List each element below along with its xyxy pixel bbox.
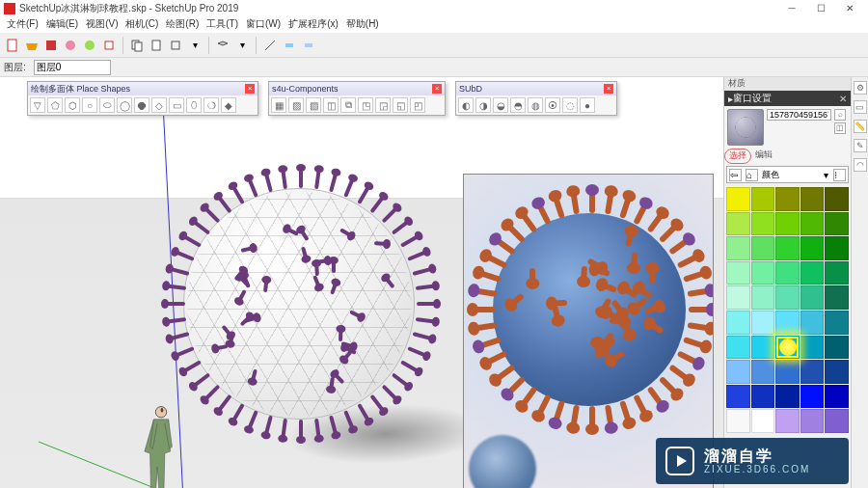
swatch-0-1[interactable] (751, 187, 775, 211)
menu-camera[interactable]: 相机(C) (122, 17, 161, 33)
swatch-9-4[interactable] (825, 409, 849, 433)
scale-figure[interactable] (143, 400, 179, 488)
swatch-7-1[interactable] (751, 360, 775, 384)
swatch-4-0[interactable] (726, 285, 750, 310)
swatch-6-2[interactable] (775, 336, 800, 360)
toolbar-subd[interactable]: SUbD× ◐ ◑ ◒ ◓ ◍ ⦿ ◌ ● (455, 81, 617, 116)
subtab-edit[interactable]: 编辑 (751, 149, 776, 164)
edge-tool-select-icon[interactable]: ▭ (854, 100, 867, 114)
subd-tool-5-icon[interactable]: ◍ (528, 97, 543, 113)
toolbar-shapes-close[interactable]: × (245, 84, 255, 94)
menu-ext[interactable]: 扩展程序(x) (285, 17, 341, 33)
swatch-9-1[interactable] (751, 409, 775, 433)
toolbar-subd-close[interactable]: × (604, 84, 613, 94)
viewport[interactable]: 绘制多面体 Place Shapes× ▽ ⬠ ⬡ ○ ⬭ ◯ ⯃ ◇ ▭ ⬯ … (0, 77, 723, 488)
swatch-2-1[interactable] (751, 236, 775, 260)
tool-dropdown2[interactable]: ▾ (233, 37, 251, 54)
tool-new[interactable] (4, 37, 21, 54)
swatch-9-2[interactable] (775, 409, 800, 433)
swatch-1-0[interactable] (726, 212, 750, 236)
swatch-3-0[interactable] (726, 261, 750, 285)
swatch-5-3[interactable] (800, 311, 825, 335)
shape-hexagon-icon[interactable]: ⬡ (65, 97, 80, 113)
swatch-3-4[interactable] (825, 261, 849, 285)
s4u-tool-2-icon[interactable]: ▨ (288, 97, 304, 113)
swatch-8-1[interactable] (751, 385, 775, 409)
swatch-5-4[interactable] (825, 311, 849, 335)
layer-combo[interactable] (34, 60, 111, 75)
details-icon[interactable]: ⁝ (833, 169, 846, 181)
shape-cylinder-icon[interactable]: ⬯ (186, 97, 202, 113)
tool-style2[interactable] (81, 37, 98, 54)
material-library-dropdown[interactable]: ⇦ ⌂ 颜色 ▾ ⁝ (726, 166, 849, 183)
swatch-1-3[interactable] (800, 212, 825, 236)
shape-prism-icon[interactable]: ▭ (169, 97, 184, 113)
tool-toggle[interactable] (281, 37, 298, 54)
tool-dropdown[interactable]: ▾ (186, 37, 203, 54)
menu-help[interactable]: 帮助(H) (343, 17, 382, 33)
menu-draw[interactable]: 绘图(R) (163, 17, 202, 33)
swatch-6-0[interactable] (726, 336, 750, 360)
swatch-7-3[interactable] (800, 360, 825, 384)
material-picker-icon[interactable]: ⌕ (834, 109, 846, 121)
dropdown-arrow-icon[interactable]: ▾ (820, 170, 831, 180)
swatch-5-2[interactable] (775, 311, 800, 335)
s4u-tool-6-icon[interactable]: ◳ (358, 97, 373, 113)
swatch-2-3[interactable] (800, 236, 825, 260)
toolbar-place-shapes[interactable]: 绘制多面体 Place Shapes× ▽ ⬠ ⬡ ○ ⬭ ◯ ⯃ ◇ ▭ ⬯ … (27, 81, 258, 116)
swatch-9-0[interactable] (726, 409, 750, 433)
swatch-8-2[interactable] (775, 385, 800, 409)
swatch-1-4[interactable] (825, 212, 849, 236)
swatch-1-2[interactable] (775, 212, 800, 236)
edge-tool-arc-icon[interactable]: ◠ (854, 158, 867, 172)
back-icon[interactable]: ⇦ (729, 169, 742, 181)
tool-line[interactable] (261, 37, 279, 54)
tool-paste[interactable] (148, 37, 165, 54)
s4u-tool-9-icon[interactable]: ◰ (410, 97, 425, 113)
swatch-3-1[interactable] (751, 261, 775, 285)
tray-tab-materials[interactable]: 材质 (724, 77, 749, 91)
swatch-7-0[interactable] (726, 360, 750, 384)
swatch-6-1[interactable] (751, 336, 775, 360)
swatch-0-3[interactable] (800, 187, 825, 211)
swatch-7-4[interactable] (825, 360, 849, 384)
swatch-8-3[interactable] (800, 385, 825, 409)
swatch-3-2[interactable] (775, 261, 800, 285)
s4u-tool-5-icon[interactable]: ⧉ (340, 97, 356, 113)
tool-toggle2[interactable] (300, 37, 317, 54)
swatch-2-2[interactable] (775, 236, 800, 260)
swatch-1-1[interactable] (751, 212, 775, 236)
toolbar-s4u-close[interactable]: × (432, 84, 442, 94)
close-button[interactable]: ✕ (835, 0, 864, 17)
edge-tool-ruler-icon[interactable]: 📏 (854, 120, 867, 133)
shape-gem-icon[interactable]: ◆ (221, 97, 236, 113)
shape-pentagon-icon[interactable]: ⬠ (47, 97, 63, 113)
virus-model[interactable] (183, 188, 415, 420)
maximize-button[interactable]: ☐ (806, 0, 835, 17)
shape-cone-icon[interactable]: ▽ (30, 97, 45, 113)
tool-layers[interactable] (214, 37, 231, 54)
swatch-5-1[interactable] (751, 311, 775, 335)
tool-open[interactable] (23, 37, 41, 54)
s4u-tool-4-icon[interactable]: ◫ (323, 97, 339, 113)
tool-copy[interactable] (128, 37, 146, 54)
subd-tool-4-icon[interactable]: ◓ (510, 97, 526, 113)
swatch-8-4[interactable] (825, 385, 849, 409)
swatch-3-3[interactable] (800, 261, 825, 285)
tool-box[interactable] (167, 37, 184, 54)
shape-circle-icon[interactable]: ○ (82, 97, 97, 113)
shape-sphere-icon[interactable]: ◯ (117, 97, 132, 113)
s4u-tool-8-icon[interactable]: ◱ (393, 97, 408, 113)
subd-tool-2-icon[interactable]: ◑ (475, 97, 491, 113)
tool-style[interactable] (62, 37, 79, 54)
swatch-4-4[interactable] (825, 285, 849, 310)
swatch-7-2[interactable] (775, 360, 800, 384)
swatch-0-2[interactable] (775, 187, 800, 211)
subd-tool-6-icon[interactable]: ⦿ (545, 97, 560, 113)
tray-close-icon[interactable]: ✕ (839, 94, 847, 104)
edge-tool-pencil-icon[interactable]: ✎ (854, 139, 867, 152)
subd-tool-8-icon[interactable]: ● (580, 97, 595, 113)
swatch-6-4[interactable] (825, 336, 849, 360)
swatch-0-0[interactable] (726, 187, 750, 211)
swatch-8-0[interactable] (726, 385, 750, 409)
